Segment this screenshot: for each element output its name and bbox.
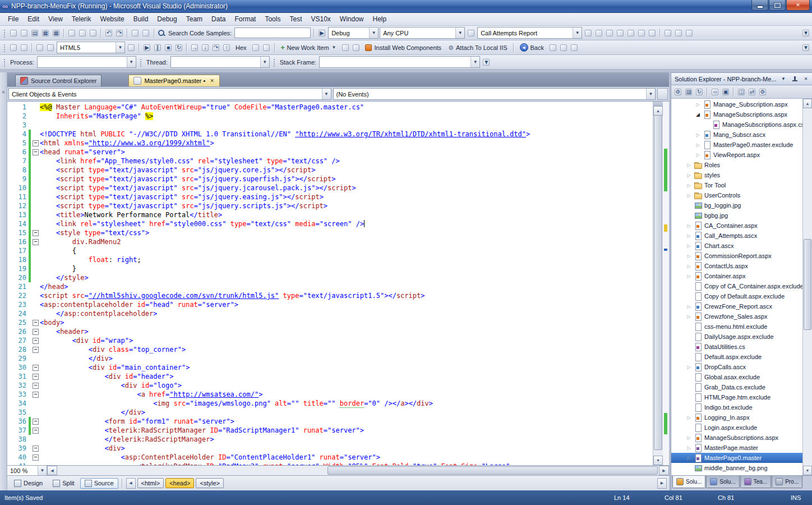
solution-explorer-view-icon[interactable] <box>647 28 657 38</box>
code-line[interactable]: 32 <div id="logo"> <box>7 381 652 390</box>
flag-threads-icon[interactable]: ▼ <box>481 57 491 67</box>
code-line[interactable]: 24 </asp:contentplaceholder> <box>7 309 652 318</box>
expand-collapsed-icon[interactable]: ▷ <box>695 143 701 148</box>
find-symbol-icon[interactable] <box>594 28 604 38</box>
properties-window-icon[interactable] <box>636 28 647 38</box>
expand-collapsed-icon[interactable]: ▷ <box>686 435 692 440</box>
tab-masterpage0-master[interactable]: MasterPage0.master •✕ <box>128 75 220 86</box>
code-review-icon[interactable] <box>569 43 579 53</box>
breadcrumb-tag-html[interactable]: <html> <box>137 478 164 488</box>
font-size-icon[interactable] <box>559 43 569 53</box>
validate-document-icon[interactable] <box>35 43 45 53</box>
tree-item-managesubscriptions-aspx[interactable]: ◢ManageSubscriptions.aspx <box>671 109 803 120</box>
open-file-icon[interactable]: ▤ <box>30 28 40 38</box>
chevron-down-icon[interactable]: ▼ <box>260 57 269 67</box>
breadcrumb-tag-style[interactable]: <style> <box>196 478 223 488</box>
code-line[interactable]: 14 <link rel="stylesheet" href="style000… <box>7 219 652 228</box>
tree-item-masterpage0-master-exclude[interactable]: ▷MasterPage0.master.exclude <box>671 140 803 150</box>
code-line[interactable]: 19 } <box>7 264 652 273</box>
chevron-down-icon[interactable]: ▼ <box>116 42 124 53</box>
memory-window-icon[interactable] <box>251 43 261 53</box>
paste-icon[interactable] <box>88 28 98 38</box>
tree-item-contactus-aspx[interactable]: ▷ContactUs.aspx <box>671 261 803 271</box>
expand-collapsed-icon[interactable]: ▷ <box>686 183 692 188</box>
collapse-region-icon[interactable] <box>33 392 39 398</box>
code-line[interactable]: 1<%@ Master Language="C#" AutoEventWireu… <box>7 103 652 112</box>
find-in-files-icon[interactable] <box>583 28 593 38</box>
tree-vertical-scrollbar[interactable]: ▲ ▼ <box>802 99 812 475</box>
horizontal-scrollbar-thumb[interactable] <box>327 466 658 475</box>
menu-build[interactable]: Build <box>129 14 153 24</box>
hex-toggle-button[interactable]: Hex <box>233 44 250 52</box>
expand-collapsed-icon[interactable]: ▷ <box>686 274 692 279</box>
class-view-icon[interactable] <box>673 28 684 38</box>
collapse-region-icon[interactable] <box>33 329 39 335</box>
code-editor[interactable]: 1<%@ Master Language="C#" AutoEventWireu… <box>7 101 669 465</box>
code-line[interactable]: 34 <img src="images/wmslogo.png" alt="" … <box>7 399 652 408</box>
tree-item-container-aspx[interactable]: ▷Container.aspx <box>671 271 803 281</box>
tree-item-css-menu-html-exclude[interactable]: css-menu.html.exclude <box>671 322 803 332</box>
code-line[interactable]: 9 <script type="text/javascript" src="js… <box>7 175 652 183</box>
change-mark[interactable] <box>664 224 667 232</box>
bookmark-icon[interactable] <box>605 28 615 38</box>
tool-tab-0[interactable]: Solu... <box>672 476 705 488</box>
code-line[interactable]: 26 <header> <box>7 327 652 336</box>
toolbar-overflow-icon[interactable]: ▼ <box>801 43 811 53</box>
format-document-icon[interactable] <box>141 28 151 38</box>
code-line[interactable]: 35 </div> <box>7 408 652 417</box>
doctype-schema-combo[interactable]: HTML5▼ <box>57 42 125 53</box>
expand-collapsed-icon[interactable]: ▷ <box>686 304 692 309</box>
menu-format[interactable]: Format <box>230 14 260 24</box>
collapse-region-icon[interactable] <box>33 338 39 344</box>
class-diagram-icon[interactable]: ◫ <box>736 87 746 97</box>
code-line[interactable]: 37 <telerik:RadScriptManager ID="RadScri… <box>7 426 652 435</box>
tree-item-call-attempts-ascx[interactable]: ▷Call_Attempts.ascx <box>671 231 803 241</box>
close-tab-icon[interactable]: ✕ <box>209 78 215 84</box>
tree-item-managesubscriptions-aspx-cs[interactable]: ManageSubscriptions.aspx.cs <box>671 120 803 130</box>
expand-collapsed-icon[interactable]: ▷ <box>686 314 692 319</box>
step-out-icon[interactable]: ↑ <box>222 43 232 53</box>
events-combo[interactable]: (No Events)▼ <box>333 88 656 100</box>
stack-frame-combo[interactable]: ▼ <box>319 56 480 68</box>
menu-help[interactable]: Help <box>368 14 391 24</box>
collapse-region-icon[interactable] <box>33 365 39 371</box>
solution-explorer-header[interactable]: Solution Explorer - NPP-branch-Me... ▼ ✕ <box>671 73 812 85</box>
collapse-region-icon[interactable] <box>33 446 39 452</box>
tree-item-dropcalls-ascx[interactable]: ▷DropCalls.ascx <box>671 362 803 372</box>
tree-item-middle-banner-bg-png[interactable]: middle_banner_bg.png <box>671 463 803 473</box>
restart-icon[interactable]: ↻ <box>174 43 184 53</box>
tree-item-logging-in-aspx[interactable]: ▷Logging_In.aspx <box>671 412 803 423</box>
tree-item-datautilities-cs[interactable]: DataUtilities.cs <box>671 342 803 352</box>
tree-item-login-aspx-exclude[interactable]: Login.aspx.exclude <box>671 423 803 433</box>
scroll-left-icon[interactable]: ◀ <box>47 466 57 475</box>
collapse-region-icon[interactable] <box>33 140 39 146</box>
menu-website[interactable]: Website <box>96 14 129 24</box>
report-wizard-icon[interactable] <box>466 28 476 38</box>
chevron-down-icon[interactable]: ▼ <box>369 27 378 38</box>
tree-item-copy-of-default-aspx-exclude[interactable]: Copy of Default.aspx.exclude <box>671 291 803 301</box>
browse-web-icon[interactable] <box>130 28 140 38</box>
expand-collapsed-icon[interactable]: ▷ <box>686 365 692 370</box>
expand-collapsed-icon[interactable]: ▷ <box>686 173 692 178</box>
code-line[interactable]: 31 <div id="header"> <box>7 372 652 381</box>
toolbar-grip[interactable] <box>273 58 275 67</box>
code-line[interactable]: 33 <a href="http://wmsatsea.com/"> <box>7 390 652 399</box>
show-next-statement-icon[interactable]: → <box>190 43 200 53</box>
tree-item-managesubscriptions-aspx[interactable]: ▷ManageSubscriptions.aspx <box>671 433 803 443</box>
collapse-region-icon[interactable] <box>33 383 39 389</box>
code-line[interactable]: 18 float: right; <box>7 255 652 264</box>
tree-scrollbar-thumb[interactable] <box>804 239 811 330</box>
report-selector-combo[interactable]: Call Attempts Report▼ <box>477 27 582 39</box>
publish-icon[interactable] <box>351 43 361 53</box>
tree-item-copy-of-ca-container-aspx-exclude[interactable]: Copy of CA_Container.aspx.exclude <box>671 281 803 291</box>
tree-item-tor-tool[interactable]: ▷Tor Tool <box>671 180 803 190</box>
sync-icon[interactable] <box>548 43 558 53</box>
window-position-icon[interactable]: ▼ <box>779 75 788 84</box>
change-mark[interactable] <box>664 413 667 434</box>
css-outline-icon[interactable] <box>19 43 29 53</box>
expand-collapsed-icon[interactable]: ▷ <box>695 132 701 137</box>
tree-item-viewreport-aspx[interactable]: ▷ViewReport.aspx <box>671 150 803 160</box>
scroll-down-icon[interactable]: ▼ <box>653 456 663 465</box>
code-line[interactable]: 10 <script type="text/javascript" src="j… <box>7 183 652 192</box>
code-line[interactable]: 27 <div id="wrap"> <box>7 336 652 345</box>
